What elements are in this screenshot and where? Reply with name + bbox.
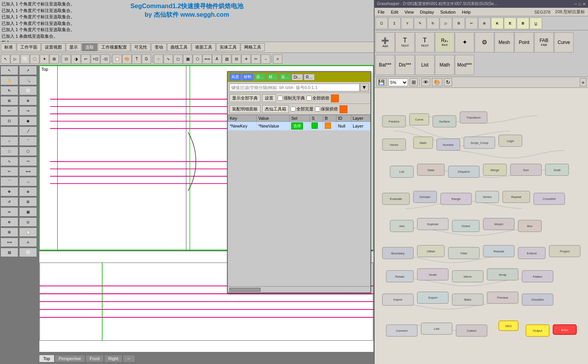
- gh-cut-icon[interactable]: ✂: [465, 18, 478, 29]
- kv-btn-material[interactable]: 材料: [242, 73, 254, 81]
- gh-menu-view[interactable]: View: [403, 9, 415, 15]
- kv-btn-mat2[interactable]: 材…: [267, 73, 278, 81]
- gh-params-comp[interactable]: FABFAB: [534, 32, 554, 52]
- gh-add-comp[interactable]: ➕Add: [375, 32, 395, 52]
- array-icon[interactable]: ▦: [19, 207, 37, 217]
- poly-icon[interactable]: ⬡: [19, 147, 37, 156]
- gh-cog-icon[interactable]: ⚙: [452, 18, 465, 29]
- kv-settings-btn[interactable]: 设置: [262, 94, 276, 102]
- kv-match-panel-btn[interactable]: 装配明细面板: [229, 105, 261, 113]
- freeform-icon[interactable]: ∿: [0, 157, 18, 166]
- tab-curve-tools[interactable]: 曲线工具: [167, 43, 191, 51]
- gh-bat-comp[interactable]: Bat***: [375, 55, 395, 75]
- move-icon[interactable]: ✥: [0, 187, 18, 196]
- copy-icon[interactable]: ⊕: [19, 187, 37, 196]
- gh-pencil-icon[interactable]: ✎: [414, 18, 426, 29]
- scale-icon[interactable]: ⊞: [19, 197, 37, 206]
- tab-surface-tools[interactable]: 谁面工具: [192, 43, 216, 51]
- snap-icon[interactable]: ⊛: [0, 217, 18, 227]
- tab-solid-tools[interactable]: 实体工具: [216, 43, 240, 51]
- gh-mesh-comp[interactable]: Mesh: [495, 32, 514, 52]
- fillet-icon[interactable]: ⌒: [0, 177, 18, 186]
- trim-icon[interactable]: ✂: [0, 167, 18, 176]
- chamfer-icon[interactable]: ⌓: [19, 177, 37, 186]
- point-cloud-icon[interactable]: ·:·: [154, 54, 163, 64]
- hatch-icon[interactable]: ▧: [0, 248, 18, 257]
- arc-icon[interactable]: ⌒: [19, 136, 37, 146]
- gh-canvas[interactable]: Params Curve Surface Transform Vector Ma…: [375, 88, 588, 364]
- gh-sigma-icon[interactable]: Σ: [388, 18, 401, 29]
- window-select-icon[interactable]: ⬜: [20, 54, 30, 64]
- all-select-icon[interactable]: ⊞: [49, 54, 59, 64]
- gh-menu-edit[interactable]: Edit: [389, 9, 400, 15]
- brush-select-icon[interactable]: ✦: [40, 54, 49, 64]
- kv-btn-r[interactable]: R…: [304, 74, 314, 80]
- minimize-icon[interactable]: ─: [574, 2, 577, 6]
- gh-point-comp[interactable]: Point: [514, 32, 534, 52]
- extend-icon[interactable]: ⟺: [19, 167, 37, 176]
- block-sel-icon[interactable]: ⊟: [232, 54, 241, 64]
- kv-hscroll-thumb[interactable]: [229, 288, 261, 292]
- kv-filter-input[interactable]: [229, 84, 360, 91]
- group-sel-icon[interactable]: G: [142, 54, 151, 64]
- layers-icon[interactable]: 📋: [19, 228, 37, 237]
- rotate3d-icon[interactable]: ↺: [0, 197, 18, 206]
- clipping-icon[interactable]: ✂: [251, 54, 261, 64]
- tab-transform[interactable]: 变动: [151, 43, 167, 51]
- tab-display[interactable]: 显示: [66, 43, 81, 51]
- kv-force-nodict-cb[interactable]: [278, 96, 283, 101]
- gh-text-comp[interactable]: TTEXT: [395, 32, 415, 52]
- gh-paint-btn[interactable]: 🎨: [432, 78, 442, 86]
- zoom-window-icon[interactable]: ⬜: [19, 86, 37, 95]
- gh-nav-btn[interactable]: ↻: [444, 78, 452, 86]
- solid-sel-icon[interactable]: ⬡: [193, 54, 202, 64]
- gh-U-icon[interactable]: U: [530, 18, 542, 29]
- tab-setview[interactable]: 设置视图: [41, 43, 65, 51]
- text-sel-icon[interactable]: A: [212, 54, 222, 64]
- kv-toolbox-btn[interactable]: 杰仙工具箱: [262, 105, 289, 113]
- gh-star-comp[interactable]: ✦: [455, 32, 474, 52]
- kv-cell-sel[interactable]: 选择: [289, 122, 310, 131]
- tab-top[interactable]: Top: [39, 355, 55, 362]
- gh-menu-display[interactable]: Display: [418, 9, 435, 15]
- deselect-icon[interactable]: ↗: [19, 66, 37, 75]
- line-icon[interactable]: ╱: [19, 126, 37, 136]
- grid-icon[interactable]: ⊞: [0, 228, 18, 237]
- color-sel-icon[interactable]: 🎨: [122, 54, 132, 64]
- tab-mesh-tools[interactable]: 网格工具: [241, 43, 265, 51]
- gh-zoom-select[interactable]: 5% 1% 2% 10% 25% 50% 100%: [388, 79, 408, 86]
- previous-sel-icon[interactable]: ↩: [81, 54, 90, 64]
- kv-btn-set1[interactable]: 设…: [254, 73, 266, 81]
- kv-select-btn[interactable]: 选择: [291, 122, 303, 130]
- kv-keep-bake-cb[interactable]: [315, 107, 320, 112]
- add-sel-icon[interactable]: +⊡: [91, 54, 100, 64]
- tab-workplane[interactable]: 工作平面: [17, 43, 41, 51]
- gh-refresh-icon[interactable]: ↻: [427, 18, 439, 29]
- type-sel-icon[interactable]: T: [132, 54, 141, 64]
- tab-expand[interactable]: ↔: [123, 355, 136, 362]
- dim-sel-icon[interactable]: ⟺: [202, 54, 212, 64]
- layer-sel-icon[interactable]: 📋: [113, 54, 122, 64]
- gh-zoom-fit-btn[interactable]: ⊞: [410, 78, 418, 86]
- close-icon[interactable]: ✕: [583, 2, 586, 6]
- zoom-ext-icon[interactable]: ⊞: [0, 96, 18, 105]
- gh-mod-comp[interactable]: Mod***: [455, 55, 474, 75]
- gh-gear-comp[interactable]: ⚙: [475, 32, 494, 52]
- tab-front[interactable]: Front: [85, 355, 104, 362]
- circle-icon[interactable]: ○: [0, 136, 18, 146]
- light-sel-icon[interactable]: ☀: [241, 54, 251, 64]
- gh-new-btn[interactable]: 🗋: [375, 18, 388, 29]
- osnap-icon[interactable]: ◎: [19, 217, 37, 227]
- gh-E-icon[interactable]: E: [504, 18, 516, 29]
- gh-menu-help[interactable]: Help: [460, 9, 472, 15]
- dim-icon[interactable]: ⟺: [0, 238, 18, 247]
- filter-icon[interactable]: ⊡: [62, 54, 71, 64]
- kv-filter-dropdown[interactable]: ▼: [360, 83, 369, 91]
- kv-cell-value[interactable]: *NewValue: [257, 122, 290, 131]
- gh-menu-file[interactable]: File: [376, 9, 386, 15]
- text-icon[interactable]: A: [19, 238, 37, 247]
- curve-sel-icon[interactable]: ∿: [164, 54, 173, 64]
- gh-save-btn[interactable]: 💾: [376, 78, 387, 86]
- gh-K-icon[interactable]: K: [491, 18, 503, 29]
- kv-btn-set2[interactable]: 设…: [279, 73, 291, 81]
